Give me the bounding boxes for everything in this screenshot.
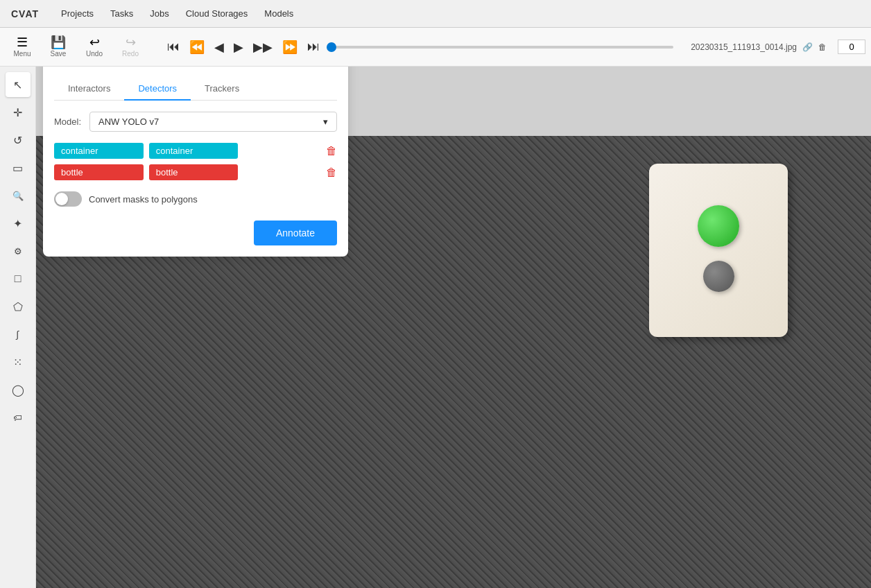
first-frame-button[interactable]: ⏮ [164,37,182,57]
nav-jobs[interactable]: Jobs [150,8,169,19]
gray-button [703,261,734,292]
person-tool[interactable]: ⚙ [6,239,31,263]
move-icon: ✛ [13,106,22,119]
tab-trackers[interactable]: Trackers [191,78,253,101]
progress-bar[interactable] [327,46,673,49]
masks-label: Convert masks to polygons [89,194,198,205]
zoom-icon: 🔍 [12,191,24,201]
prev-many-button[interactable]: ⏪ [187,37,207,58]
masks-toggle[interactable] [54,191,82,207]
ellipse-icon: ◯ [12,383,24,397]
container-label-right: container [149,143,239,159]
model-row: Model: ANW YOLO v7 ▾ [54,112,337,132]
tab-detectors[interactable]: Detectors [124,78,191,101]
save-label: Save [51,50,67,58]
container-delete-icon[interactable]: 🗑 [326,145,337,157]
cursor-tool[interactable]: ↖ [6,72,31,97]
save-button[interactable]: 💾 Save [42,33,75,60]
logo: CVAT [11,8,39,19]
cursor-icon: ↖ [13,78,22,92]
device-overlay [649,164,788,337]
points-icon: ⁙ [13,356,22,369]
bottle-label-left: bottle [54,164,144,180]
playback-controls: ⏮ ⏪ ◀ ▶ ▶▶ ⏩ ⏭ [150,37,688,58]
masks-row: Convert masks to polygons [54,191,337,207]
rectangle-tool[interactable]: ▭ [6,155,31,180]
undo-button[interactable]: ↩ Undo [78,33,111,60]
person-icon: ⚙ [14,246,22,257]
progress-thumb[interactable] [327,42,336,52]
zoom-tool[interactable]: 🔍 [6,183,31,208]
filename: 20230315_111913_0014.jpg [691,42,797,52]
nav-cloud-storages[interactable]: Cloud Storages [186,8,248,19]
curve-icon: ∫ [17,329,19,340]
nav-projects[interactable]: Projects [61,8,94,19]
nav-models[interactable]: Models [264,8,293,19]
last-frame-button[interactable]: ⏭ [304,37,322,57]
ai-tools-title: AI Tools [54,67,337,68]
annotate-button[interactable]: Annotate [254,220,337,245]
rotate-icon: ↺ [13,134,22,147]
green-button [698,205,739,247]
redo-icon: ↪ [126,36,136,49]
frame-number[interactable]: 0 [838,40,865,54]
model-select[interactable]: ANW YOLO v7 ▾ [89,112,337,132]
points-tool[interactable]: ⁙ [6,349,31,374]
next-frame-button[interactable]: ▶▶ [250,37,275,58]
link-icon: 🔗 [802,42,813,52]
menu-button[interactable]: ☰ Menu [6,33,39,60]
model-label: Model: [54,116,81,127]
toggle-knob [55,193,68,205]
nav-tasks[interactable]: Tasks [110,8,133,19]
rectangle-icon: ▭ [12,162,23,175]
chevron-down-icon: ▾ [323,116,328,127]
wand-tool[interactable]: ✦ [6,211,31,236]
filename-area: 20230315_111913_0014.jpg 🔗 🗑 [691,42,827,52]
tag-tool[interactable]: 🏷 [6,405,31,430]
tag-icon: 🏷 [13,413,22,423]
model-value: ANW YOLO v7 [98,116,159,127]
play-button[interactable]: ▶ [231,37,246,58]
prev-frame-button[interactable]: ◀ [212,37,227,58]
ai-tools-panel: AI Tools Interactors Detectors Trackers … [43,67,348,257]
box-icon: □ [15,273,21,285]
wand-icon: ✦ [13,217,22,230]
undo-icon: ↩ [89,36,100,49]
main: ↖ ✛ ↺ ▭ 🔍 ✦ ⚙ □ ⬠ ∫ ⁙ ◯ [0,67,871,588]
toolbar: ☰ Menu 💾 Save ↩ Undo ↪ Redo ⏮ ⏪ ◀ ▶ ▶▶ ⏩… [0,28,871,67]
menu-icon: ☰ [17,36,28,49]
polygon-icon: ⬠ [13,300,23,313]
annotate-row: Annotate [54,220,337,245]
redo-button[interactable]: ↪ Redo [114,33,147,60]
canvas-area: AI Tools Interactors Detectors Trackers … [36,67,871,588]
save-icon: 💾 [51,36,66,49]
box-tool[interactable]: □ [6,266,31,291]
menu-label: Menu [13,50,31,58]
rotate-tool[interactable]: ↺ [6,128,31,153]
labels-grid: container container 🗑 bottle bottle 🗑 [54,143,337,180]
tab-interactors[interactable]: Interactors [54,78,124,101]
top-nav: CVAT Projects Tasks Jobs Cloud Storages … [0,0,871,28]
move-tool[interactable]: ✛ [6,100,31,125]
polygon-tool[interactable]: ⬠ [6,294,31,319]
left-sidebar: ↖ ✛ ↺ ▭ 🔍 ✦ ⚙ □ ⬠ ∫ ⁙ ◯ [0,67,36,588]
redo-label: Redo [122,50,139,58]
undo-label: Undo [86,50,103,58]
ellipse-tool[interactable]: ◯ [6,377,31,402]
curve-tool[interactable]: ∫ [6,322,31,347]
container-label-left: container [54,143,144,159]
next-many-button[interactable]: ⏩ [279,37,300,58]
progress-bar-container[interactable] [327,46,673,49]
bottle-label-right: bottle [149,164,239,180]
tabs-row: Interactors Detectors Trackers [54,78,337,101]
delete-frame-icon[interactable]: 🗑 [818,42,827,52]
bottle-delete-icon[interactable]: 🗑 [326,166,337,179]
